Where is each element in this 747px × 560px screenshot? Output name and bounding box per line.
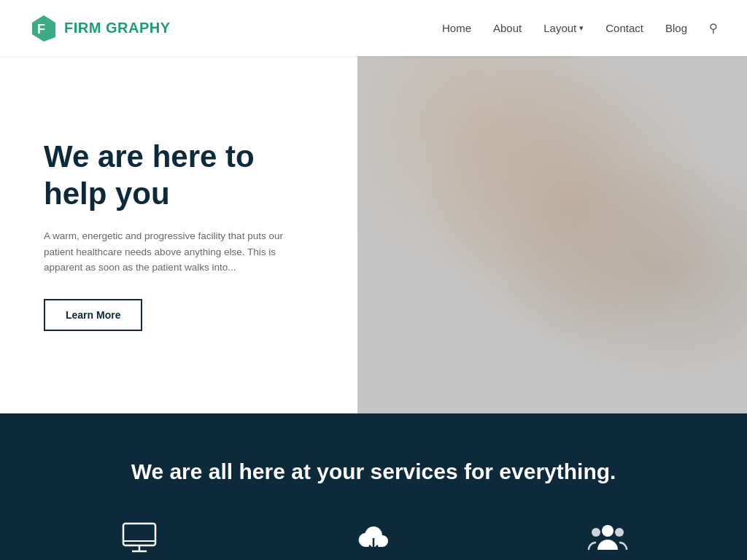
nav: Home About Layout ▾ Contact Blog ⚲	[442, 21, 718, 35]
svg-rect-6	[478, 206, 602, 284]
hero-image	[357, 56, 747, 413]
hero-description: A warm, energetic and progressive facili…	[44, 228, 292, 276]
svg-rect-7	[460, 288, 620, 295]
hero-title: We are here to help you	[44, 139, 314, 212]
search-icon[interactable]: ⚲	[709, 21, 718, 35]
hero-section: We are here to help you A warm, energeti…	[0, 56, 747, 413]
services-cards: Web Design Web design encompasses many d…	[29, 522, 718, 560]
hero-illustration	[357, 56, 747, 413]
svg-rect-15	[551, 292, 726, 299]
cloud-download-icon	[355, 522, 392, 559]
hero-photo	[357, 56, 747, 413]
services-title: We are all here at your services for eve…	[29, 457, 718, 486]
svg-rect-13	[584, 244, 671, 246]
chevron-down-icon: ▾	[579, 23, 584, 33]
svg-rect-21	[635, 187, 638, 275]
svg-point-10	[587, 211, 689, 270]
nav-contact[interactable]: Contact	[605, 22, 643, 34]
header: F Firm Graphy Home About Layout ▾ Contac…	[0, 0, 747, 56]
svg-point-41	[592, 528, 600, 537]
users-icon	[587, 522, 628, 559]
services-section: We are all here at your services for eve…	[0, 413, 747, 560]
svg-rect-19	[643, 118, 654, 176]
svg-point-26	[496, 136, 569, 224]
svg-rect-32	[531, 133, 542, 139]
svg-text:F: F	[37, 22, 45, 36]
nav-home[interactable]: Home	[442, 22, 471, 34]
svg-rect-5	[474, 202, 605, 289]
service-card-updates: Free Updates A software updater is a pro…	[271, 522, 476, 560]
svg-point-18	[643, 100, 699, 136]
svg-point-29	[704, 155, 747, 264]
nav-layout[interactable]: Layout ▾	[543, 22, 584, 34]
svg-rect-2	[357, 56, 747, 413]
svg-point-27	[509, 104, 556, 155]
svg-rect-35	[123, 524, 155, 545]
svg-point-40	[602, 525, 614, 537]
svg-point-16	[627, 144, 715, 260]
svg-rect-4	[416, 289, 747, 304]
svg-rect-8	[562, 195, 715, 293]
svg-rect-14	[565, 275, 711, 284]
logo-text: Firm Graphy	[64, 20, 171, 36]
svg-rect-23	[649, 187, 652, 275]
nav-blog[interactable]: Blog	[665, 22, 687, 34]
svg-rect-34	[503, 56, 747, 187]
logo-icon: F	[29, 14, 58, 43]
svg-point-42	[615, 528, 624, 537]
svg-point-30	[719, 123, 747, 179]
service-card-support: Customer Support Customer support is a r…	[506, 522, 710, 560]
svg-rect-11	[584, 231, 686, 235]
svg-point-17	[643, 106, 699, 167]
hero-left: We are here to help you A warm, energeti…	[0, 56, 357, 413]
svg-rect-12	[584, 238, 657, 241]
svg-rect-9	[565, 198, 711, 287]
svg-rect-22	[642, 187, 645, 275]
svg-point-28	[509, 98, 556, 128]
svg-rect-31	[518, 133, 529, 139]
svg-point-24	[672, 230, 729, 305]
learn-more-button[interactable]: Learn More	[44, 299, 142, 331]
logo[interactable]: F Firm Graphy	[29, 14, 171, 43]
svg-rect-3	[357, 56, 503, 413]
service-card-webdesign: Web Design Web design encompasses many d…	[37, 522, 241, 560]
svg-point-25	[671, 284, 700, 302]
nav-about[interactable]: About	[493, 22, 522, 34]
monitor-icon	[120, 522, 158, 559]
svg-rect-20	[696, 118, 706, 162]
